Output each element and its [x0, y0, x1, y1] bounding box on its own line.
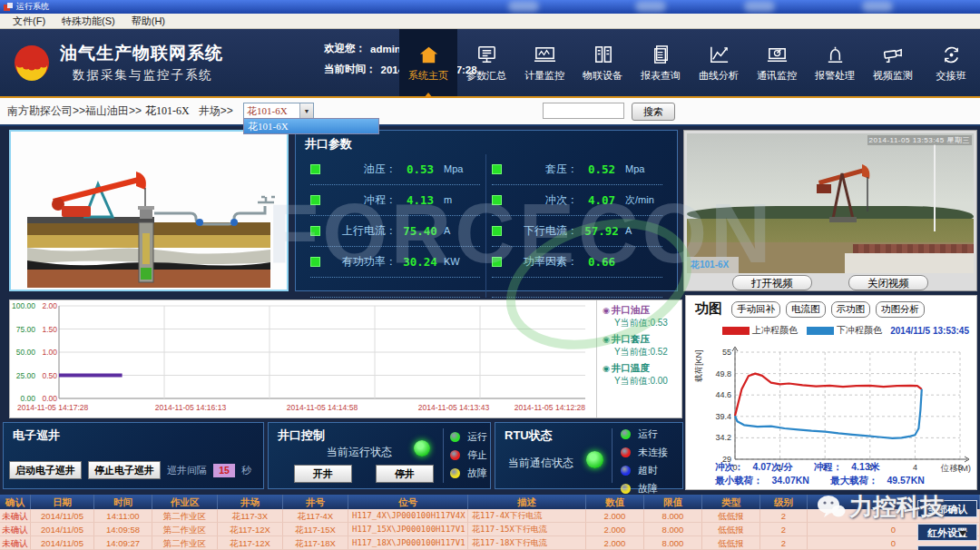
- well-control-legend: 运行停止故障: [450, 430, 487, 485]
- manual-backfill-button[interactable]: 手动回补: [731, 301, 780, 318]
- main-nav: 系统主页 参数汇总 计量监控 物联设备 报表查询 曲线分析: [399, 29, 980, 96]
- stop-well-button[interactable]: 停井: [376, 465, 434, 483]
- table-cell: 2: [760, 536, 808, 549]
- params-title: 井口参数: [305, 136, 668, 152]
- welcome-label: 欢迎您：: [324, 42, 366, 55]
- status-dot-icon: [621, 466, 631, 476]
- nav-iot-devices[interactable]: 物联设备: [573, 29, 632, 96]
- dropdown-option[interactable]: 花101-6X: [244, 119, 378, 133]
- dyno-analysis-button[interactable]: 功图分析: [876, 301, 925, 318]
- svg-text:2014-11-05 14:17:28: 2014-11-05 14:17:28: [17, 403, 89, 412]
- table-row[interactable]: 未确认2014/11/0514:09:27第二作业区花117-12X花117-1…: [0, 536, 980, 550]
- table-row[interactable]: 未确认2014/11/0514:09:58第二作业区花117-12X花117-1…: [0, 523, 980, 536]
- dyno-ylabel: 载荷[KN]: [693, 349, 705, 382]
- param-unit: A: [625, 225, 632, 236]
- background-blur: [862, 1, 893, 12]
- patrol-interval-label: 巡井间隔: [167, 464, 207, 477]
- menu-help[interactable]: 帮助(H): [124, 15, 172, 28]
- camera-timestamp: 2014-11-05 13:53:45 星期三: [867, 135, 972, 145]
- run-status-label: 当前运行状态: [327, 445, 392, 460]
- table-header-cell[interactable]: 类型: [702, 495, 760, 509]
- comm-status-led: [586, 451, 603, 468]
- nav-system-home[interactable]: 系统主页: [399, 29, 457, 96]
- min-load-value: 34.07KN: [772, 475, 809, 486]
- infrared-settings-button[interactable]: 红外设置: [917, 524, 977, 541]
- chevron-down-icon[interactable]: ▼: [299, 103, 313, 119]
- partial-button[interactable]: [917, 545, 977, 550]
- status-dot-icon: [621, 484, 631, 494]
- table-header-cell[interactable]: 时间: [94, 495, 152, 509]
- nav-shift-change[interactable]: 交接班: [922, 29, 980, 96]
- current-chart-button[interactable]: 电流图: [786, 301, 826, 318]
- param-unit: KW: [444, 256, 460, 267]
- param-value: 0.66: [578, 255, 625, 269]
- home-icon: [417, 44, 440, 66]
- open-well-button[interactable]: 开井: [294, 465, 352, 483]
- param-value: 75.40: [397, 224, 444, 238]
- table-header-cell[interactable]: 井号: [283, 495, 348, 509]
- menu-special[interactable]: 特殊功能(S): [54, 15, 122, 28]
- start-patrol-button[interactable]: 启动电子巡井: [9, 461, 82, 479]
- svg-text:75.00: 75.00: [16, 325, 36, 334]
- table-header-cell[interactable]: 井场: [218, 495, 283, 509]
- series-name: 井口套压: [612, 333, 650, 344]
- wall: [845, 253, 974, 273]
- table-header-cell[interactable]: 确认: [0, 495, 31, 509]
- table-header-cell[interactable]: 描述: [468, 495, 586, 509]
- trend-legend-item[interactable]: ◉井口套压 Y当前值:0.52: [603, 333, 680, 358]
- table-cell: H117_4X\JP000100H117V4X: [348, 509, 468, 522]
- close-video-button[interactable]: 关闭视频: [848, 275, 928, 290]
- table-cell: 8.000: [644, 509, 702, 522]
- table-header-cell[interactable]: 作业区: [152, 495, 218, 509]
- status-legend-item: 未连接: [621, 446, 668, 459]
- table-header-cell[interactable]: 位号: [348, 495, 468, 509]
- table-header-cell[interactable]: 级别: [760, 495, 808, 509]
- rtu-legend: 运行未连接超时故障: [621, 427, 668, 500]
- stop-patrol-button[interactable]: 停止电子巡井: [88, 461, 161, 479]
- search-button[interactable]: 搜索: [632, 103, 675, 121]
- series-eye-icon: ◉: [603, 335, 610, 344]
- confirm-all-button[interactable]: 全部确认: [917, 500, 977, 517]
- open-video-button[interactable]: 打开视频: [732, 275, 812, 290]
- nav-alarm-handling[interactable]: 报警处理: [806, 29, 864, 96]
- nav-report-query[interactable]: 报表查询: [632, 29, 690, 96]
- menu-file[interactable]: 文件(F): [5, 15, 53, 28]
- nav-metering-monitor[interactable]: 计量监控: [515, 29, 573, 96]
- nav-video-monitor[interactable]: 视频监测: [864, 29, 922, 96]
- svg-text:44.6: 44.6: [715, 390, 731, 399]
- table-header-cell[interactable]: 数值: [586, 495, 644, 509]
- pumpjack-silhouette: [808, 153, 880, 240]
- table-scroll-down-icon[interactable]: [959, 531, 966, 536]
- status-legend-label: 故障: [467, 467, 487, 480]
- status-legend-label: 停止: [467, 448, 487, 462]
- table-cell: 花117-12X: [218, 536, 283, 549]
- petro-logo-icon: [13, 44, 51, 82]
- param-row: 有功功率： 30.24 KW: [310, 247, 480, 278]
- patrol-interval-input[interactable]: 15: [213, 464, 235, 477]
- status-square-icon: [310, 226, 320, 236]
- param-row-empty: [492, 278, 662, 298]
- upstroke-legend: 上冲程颜色: [752, 324, 798, 337]
- search-input[interactable]: [543, 103, 624, 119]
- nav-param-summary[interactable]: 参数汇总: [457, 29, 515, 96]
- status-legend-item: 故障: [450, 467, 487, 480]
- svg-text:2.00: 2.00: [42, 301, 57, 310]
- cycle-arrows-icon: [940, 44, 963, 66]
- table-cell: 2014/11/05: [31, 523, 94, 535]
- nav-curve-analysis[interactable]: 曲线分析: [690, 29, 748, 96]
- stroke-length-label: 冲程：: [814, 461, 843, 472]
- table-cell: 花117-18X: [283, 536, 348, 549]
- table-cell: 14:09:27: [94, 536, 152, 549]
- series-current-value: Y当前值:0.00: [614, 375, 680, 388]
- table-header-cell[interactable]: 限值: [644, 495, 702, 509]
- params-left-column: 油压： 0.53 Mpa 冲程： 4.13 m 上行电流： 75.40 A 有功…: [305, 154, 486, 298]
- dyno-chart-button[interactable]: 示功图: [831, 301, 871, 318]
- table-header-cell[interactable]: 日期: [31, 495, 94, 509]
- param-value: 4.13: [397, 193, 444, 207]
- table-row[interactable]: 未确认2014/11/0514:11:00第二作业区花117-3X花117-4X…: [0, 509, 980, 523]
- trend-legend-item[interactable]: ◉井口油压 Y当前值:0.53: [603, 304, 680, 329]
- trend-legend-item[interactable]: ◉井口温度 Y当前值:0.00: [603, 362, 680, 388]
- window-title: 运行系统: [16, 1, 49, 13]
- dyno-timestamp: 2014/11/5 13:53:45: [890, 326, 969, 336]
- nav-comm-monitor[interactable]: 通讯监控: [748, 29, 806, 96]
